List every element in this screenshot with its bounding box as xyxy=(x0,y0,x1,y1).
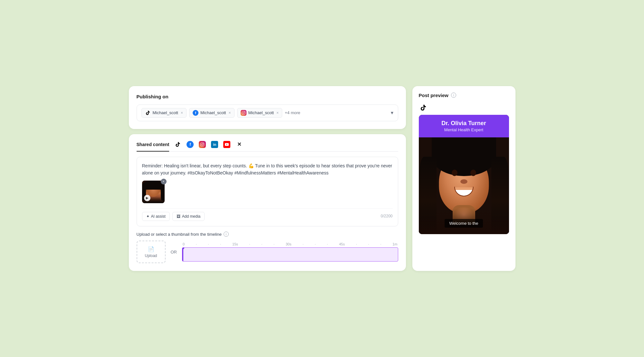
account-tag-instagram-name: Michael_scott xyxy=(248,110,274,115)
facebook-tab-icon: f xyxy=(187,141,194,148)
timeline-mark-6: · xyxy=(274,242,274,246)
add-media-button[interactable]: 🖼 Add media xyxy=(172,212,205,221)
timeline-track[interactable] xyxy=(182,247,398,262)
timeline-mark-45s: 45s xyxy=(339,242,345,246)
ai-assist-icon: ✦ xyxy=(146,214,149,219)
timeline-mark-10: · xyxy=(356,242,357,246)
preview-person-subtitle: Mental Health Expert xyxy=(425,127,503,132)
thumbnail-row: 📄 Upload OR 0 · · · 15s · · · xyxy=(137,241,398,263)
account-tag-instagram-close[interactable]: × xyxy=(276,111,279,115)
media-thumbnail-container: ▶ × xyxy=(142,181,165,203)
tab-instagram[interactable] xyxy=(199,143,206,150)
preview-info-icon: i xyxy=(451,93,456,98)
upload-label: Upload xyxy=(145,253,157,258)
more-accounts-badge[interactable]: +4 more xyxy=(285,110,300,115)
timeline-mark-7: · xyxy=(303,242,303,246)
tab-x[interactable]: ✕ xyxy=(235,143,243,150)
preview-title: Post preview xyxy=(419,93,449,98)
timeline-mark-8: · xyxy=(315,242,316,246)
timeline-handle[interactable] xyxy=(182,247,183,262)
instagram-tab-icon xyxy=(199,141,206,148)
account-tag-facebook-close[interactable]: × xyxy=(228,111,231,115)
preview-header: Post preview i xyxy=(419,93,509,98)
preview-welcome-text-area: Welcome to the xyxy=(419,219,509,228)
account-tag-facebook[interactable]: f Michael_scott × xyxy=(189,108,235,118)
thumbnail-label: Upload or select a thumbnail from the ti… xyxy=(137,232,398,237)
play-button-overlay[interactable]: ▶ xyxy=(144,195,150,201)
account-tag-tiktok-close[interactable]: × xyxy=(181,111,183,115)
tab-tiktok[interactable] xyxy=(174,143,181,150)
tab-facebook[interactable]: f xyxy=(187,143,194,150)
publishing-card: Publishing on Michael_scott × f Michael_… xyxy=(129,86,406,129)
upload-box[interactable]: 📄 Upload xyxy=(137,241,166,263)
thumbnail-label-text: Upload or select a thumbnail from the ti… xyxy=(137,232,222,237)
timeline-mark-1: · xyxy=(196,242,197,246)
preview-image: Dr. Olivia Turner Mental Health Expert xyxy=(419,115,509,234)
publishing-accounts-row: Michael_scott × f Michael_scott × xyxy=(137,104,398,121)
timeline-mark-3: · xyxy=(220,242,221,246)
content-tabs-row: Shared content f xyxy=(137,142,398,152)
content-body-text: Reminder: Healing isn't linear, but ever… xyxy=(142,162,393,177)
youtube-tab-icon xyxy=(223,141,230,148)
preview-top-bar: Dr. Olivia Turner Mental Health Expert xyxy=(419,115,509,137)
upload-icon: 📄 xyxy=(148,246,154,252)
ai-assist-label: AI assist xyxy=(151,214,166,219)
timeline-mark-30s: 30s xyxy=(286,242,292,246)
timeline-mark-0: 0 xyxy=(183,242,185,246)
timeline-mark-5: · xyxy=(261,242,262,246)
instagram-icon xyxy=(241,110,246,116)
tiktok-icon xyxy=(145,110,151,116)
char-count: 0/2200 xyxy=(381,213,393,219)
account-tag-tiktok[interactable]: Michael_scott × xyxy=(141,108,187,118)
publishing-title: Publishing on xyxy=(137,94,398,99)
thumbnail-info-icon: i xyxy=(224,232,229,237)
preview-person-name: Dr. Olivia Turner xyxy=(425,120,503,127)
thumbnail-section: Upload or select a thumbnail from the ti… xyxy=(137,232,398,263)
timeline-mark-15s: 15s xyxy=(232,242,238,246)
timeline-mark-12: · xyxy=(380,242,381,246)
add-media-label: Add media xyxy=(182,214,200,219)
timeline-mark-2: · xyxy=(208,242,209,246)
ai-assist-button[interactable]: ✦ AI assist xyxy=(142,212,170,221)
timeline-mark-9: · xyxy=(327,242,328,246)
timeline-mark-1m: 1m xyxy=(392,242,397,246)
x-tab-icon: ✕ xyxy=(235,141,243,148)
preview-person-image: Welcome to the xyxy=(419,137,509,234)
content-textarea[interactable]: Reminder: Healing isn't linear, but ever… xyxy=(137,157,398,226)
tab-youtube[interactable] xyxy=(223,143,230,150)
linkedin-tab-icon: in xyxy=(211,141,218,148)
preview-platform-icon xyxy=(419,103,428,112)
shared-content-card: Shared content f xyxy=(129,134,406,271)
preview-tiktok-icon xyxy=(420,104,427,111)
preview-panel: Post preview i Dr. Olivia Turner Mental … xyxy=(412,86,515,271)
add-media-icon: 🖼 xyxy=(177,214,180,219)
tab-shared-content-label: Shared content xyxy=(137,142,169,147)
tab-shared-content[interactable]: Shared content xyxy=(137,142,169,152)
or-label: OR xyxy=(171,250,177,254)
timeline-mark-4: · xyxy=(249,242,250,246)
footer-actions: ✦ AI assist 🖼 Add media xyxy=(142,212,205,221)
facebook-icon: f xyxy=(193,110,198,116)
tab-linkedin[interactable]: in xyxy=(211,143,218,150)
timeline-mark-11: · xyxy=(368,242,369,246)
textarea-footer: ✦ AI assist 🖼 Add media 0/2200 xyxy=(142,208,393,221)
media-thumbnail-close[interactable]: × xyxy=(161,179,167,184)
timeline-labels: 0 · · · 15s · · · 30s · · · 45s xyxy=(182,242,398,246)
tiktok-tab-icon xyxy=(175,142,181,147)
welcome-badge: Welcome to the xyxy=(445,219,483,228)
timeline-container: 0 · · · 15s · · · 30s · · · 45s xyxy=(182,242,398,262)
account-tag-instagram[interactable]: Michael_scott × xyxy=(237,108,283,118)
account-tag-facebook-name: Michael_scott xyxy=(200,110,226,115)
media-thumbnail: ▶ xyxy=(142,181,165,203)
account-tag-tiktok-name: Michael_scott xyxy=(153,110,178,115)
accounts-dropdown-arrow[interactable]: ▾ xyxy=(391,110,393,116)
